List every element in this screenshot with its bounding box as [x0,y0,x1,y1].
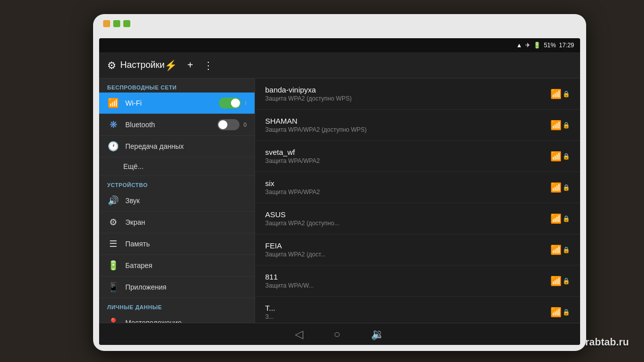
wifi-network-item[interactable]: sveta_wfЗащита WPA/WPA2📶🔒 [255,141,580,172]
wifi-signal-icon: 📶 [550,182,561,193]
wifi-network-security: Защита WPA/WPA2 [265,189,550,196]
more-label: Ещё... [123,162,247,170]
sidebar-item-apps[interactable]: 📱 Приложения [99,277,255,298]
data-label: Передача данных [125,142,247,150]
bluetooth-icon: ❋ [107,119,119,130]
wifi-network-item[interactable]: banda-vinipyxaЗащита WPA2 (доступно WPS)… [255,78,580,110]
wifi-network-security: Защита WPA/W... [265,282,550,289]
battery-percent: 51% [544,42,556,49]
wifi-signal-wrapper: 📶🔒 [550,307,570,318]
wifi-lock-icon: 🔒 [562,184,570,191]
wifi-network-item[interactable]: sixЗащита WPA/WPA2📶🔒 [255,172,580,203]
bolt-icon[interactable]: ⚡ [165,59,177,71]
sidebar-item-bluetooth[interactable]: ❋ Bluetooth 0 [99,114,255,136]
wifi-network-item[interactable]: T...З...📶🔒 [255,297,580,323]
location-icon: 📍 [107,317,119,323]
title-wrapper: ⚙ Настройки [107,59,165,71]
back-icon[interactable]: ◁ [295,328,303,341]
wifi-lock-icon: 🔒 [562,122,570,129]
wifi-network-security: З... [265,313,550,320]
bluetooth-label: Bluetooth [125,121,211,129]
wifi-network-security: Защита WPA/WPA2 (доступно WPS) [265,126,550,133]
wifi-network-info: T...З... [265,304,550,320]
wifi-network-name: FEIA [265,241,550,250]
wifi-status-icon: ▲ [516,42,522,49]
wifi-signal-icon: 📶 [550,276,561,287]
watermark: rabtab.ru [585,336,629,348]
wifi-network-name: sveta_wf [265,148,550,156]
section-wireless-label: БЕСПРОВОДНЫЕ СЕТИ [99,78,255,93]
section-device-label: УСТРОЙСТВО [99,176,255,190]
wifi-label: Wi-Fi [125,99,213,107]
sidebar-item-location[interactable]: 📍 Местоположение [99,312,255,323]
wifi-network-info: FEIAЗащита WPA2 (дост... [265,241,550,258]
sidebar-item-sound[interactable]: 🔊 Звук [99,190,255,212]
tablet-device: ▲ ✈ 🔋 51% 17:29 ⚙ Настройки ⚡ + ⋮ БЕСПРО… [93,14,586,351]
memory-label: Память [125,240,247,248]
sidebar-item-battery[interactable]: 🔋 Батарея [99,255,255,277]
win-btn-orange [103,20,110,27]
main-layout: БЕСПРОВОДНЫЕ СЕТИ 📶 Wi-Fi I ❋ Bluetooth [99,78,580,323]
bluetooth-toggle-wrapper: 0 [217,119,247,130]
tablet-screen: ▲ ✈ 🔋 51% 17:29 ⚙ Настройки ⚡ + ⋮ БЕСПРО… [99,38,580,345]
wifi-network-security: Защита WPA2 (доступно... [265,220,550,227]
wifi-lock-icon: 🔒 [562,278,570,285]
wifi-network-item[interactable]: 811Защита WPA/W...📶🔒 [255,265,580,297]
wifi-network-name: ASUS [265,210,550,219]
memory-icon: ☰ [107,238,119,249]
volume-icon[interactable]: 🔉 [371,328,384,341]
sound-icon: 🔊 [107,195,119,206]
sound-label: Звук [125,197,247,205]
display-label: Экран [125,218,247,226]
window-buttons [103,20,130,27]
page-title: Настройки [120,60,165,70]
wifi-signal-wrapper: 📶🔒 [550,276,570,287]
sidebar: БЕСПРОВОДНЫЕ СЕТИ 📶 Wi-Fi I ❋ Bluetooth [99,78,255,323]
wifi-signal-icon: 📶 [550,307,561,318]
sidebar-item-data[interactable]: 🕐 Передача данных [99,136,255,157]
sidebar-item-memory[interactable]: ☰ Память [99,233,255,255]
wifi-network-name: T... [265,304,550,312]
wifi-network-item[interactable]: ASUSЗащита WPA2 (доступно...📶🔒 [255,203,580,234]
display-icon: ⚙ [107,217,119,228]
sidebar-item-more[interactable]: Ещё... [99,157,255,176]
wifi-toggle-value: I [245,100,247,106]
clock: 17:29 [559,42,574,49]
sidebar-item-display[interactable]: ⚙ Экран [99,212,255,233]
add-icon[interactable]: + [187,59,193,71]
wifi-lock-icon: 🔒 [562,246,570,253]
top-bar-actions: ⚡ + ⋮ [165,59,213,71]
wifi-lock-icon: 🔒 [562,215,570,222]
wifi-toggle-wrapper: I [219,98,247,109]
wifi-network-item[interactable]: SHAMANЗащита WPA/WPA2 (доступно WPS)📶🔒 [255,110,580,141]
bluetooth-toggle[interactable] [217,119,239,130]
wifi-toggle[interactable] [219,98,241,109]
battery-label: Батарея [125,261,247,269]
wifi-signal-wrapper: 📶🔒 [550,151,570,162]
home-icon[interactable]: ○ [334,328,340,341]
battery-icon: 🔋 [533,42,541,49]
wifi-signal-icon: 📶 [550,120,561,131]
sidebar-item-wifi[interactable]: 📶 Wi-Fi I [99,93,255,114]
wifi-signal-wrapper: 📶🔒 [550,88,570,100]
wifi-network-name: SHAMAN [265,117,550,125]
location-label: Местоположение [125,319,247,323]
wifi-network-name: banda-vinipyxa [265,85,550,94]
wifi-network-security: Защита WPA2 (дост... [265,251,550,258]
wifi-signal-wrapper: 📶🔒 [550,182,570,193]
wifi-signal-icon: 📶 [550,244,561,255]
win-btn-green-2 [123,20,130,27]
wifi-network-info: sixЗащита WPA/WPA2 [265,179,550,196]
wifi-network-name: 811 [265,273,550,281]
apps-label: Приложения [125,283,247,291]
overflow-menu-icon[interactable]: ⋮ [203,59,213,71]
wifi-signal-icon: 📶 [550,88,561,100]
battery-sidebar-icon: 🔋 [107,260,119,271]
wifi-signal-icon: 📶 [550,151,561,162]
wifi-network-info: 811Защита WPA/W... [265,273,550,289]
wifi-lock-icon: 🔒 [562,153,570,160]
wifi-network-item[interactable]: FEIAЗащита WPA2 (дост...📶🔒 [255,234,580,265]
bluetooth-toggle-value: 0 [244,122,247,128]
section-personal-label: ЛИЧНЫЕ ДАННЫЕ [99,298,255,312]
wifi-icon: 📶 [107,98,119,109]
